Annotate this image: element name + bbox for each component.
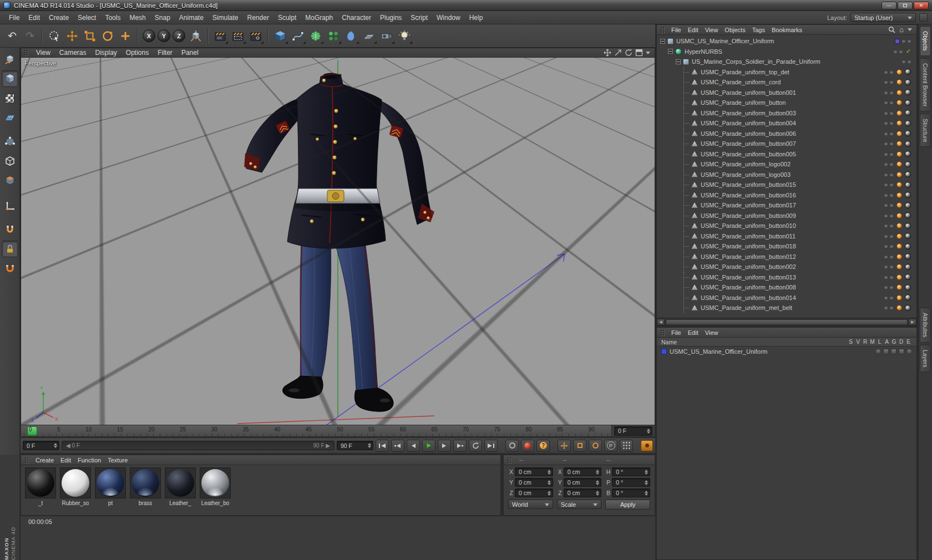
object-manager-menu-item[interactable]: Edit [685, 26, 702, 34]
phong-tag-icon[interactable] [896, 69, 902, 75]
spinner-arrows-icon[interactable] [645, 468, 648, 476]
phong-tag-icon[interactable] [896, 100, 902, 105]
viewport-menu-item[interactable]: Panel [177, 48, 203, 58]
add-light-button[interactable] [396, 27, 413, 45]
next-frame-button[interactable] [438, 440, 451, 452]
render-visibility-dot[interactable] [890, 255, 893, 258]
phong-tag-icon[interactable] [896, 274, 902, 280]
phong-tag-icon[interactable] [896, 182, 902, 187]
editor-visibility-dot[interactable] [884, 245, 888, 248]
layer-grid-icon[interactable] [899, 349, 904, 354]
close-button[interactable]: ✕ [914, 2, 929, 9]
goto-start-button[interactable] [376, 440, 389, 452]
tree-row[interactable]: USMC_Parade_uniform_button010 [657, 221, 916, 231]
layer-image-icon[interactable] [883, 349, 889, 354]
editor-visibility-dot[interactable] [884, 214, 888, 217]
texture-tag-icon[interactable] [905, 233, 911, 239]
render-visibility-dot[interactable] [890, 296, 893, 299]
phong-tag-icon[interactable] [896, 141, 902, 146]
editor-visibility-dot[interactable] [902, 39, 905, 43]
tree-row[interactable]: USMC_Parade_uniform_button004 [657, 118, 916, 129]
material-thumbnail[interactable] [60, 467, 91, 498]
coord-value-field[interactable]: 0 cm [515, 478, 553, 487]
viewport-menu-item[interactable]: View [32, 48, 55, 58]
layout-dropdown[interactable]: Startup (User) [850, 13, 916, 22]
panel-grip[interactable] [24, 457, 29, 464]
tree-row[interactable]: USMC_Parade_uniform_cord [657, 77, 916, 88]
side-tab[interactable]: Content Browser [920, 58, 931, 111]
texture-tag-icon[interactable] [905, 100, 911, 106]
menu-item[interactable]: Edit [24, 13, 44, 23]
editor-visibility-dot[interactable] [884, 203, 888, 207]
phong-tag-icon[interactable] [896, 120, 902, 126]
axis-lock-button[interactable]: Z [173, 29, 185, 42]
render-visibility-dot[interactable] [890, 162, 893, 166]
menu-item[interactable]: Animate [175, 13, 208, 23]
tree-row[interactable]: USMC_Parade_uniform_button015 [657, 180, 916, 190]
workplane-mode-button[interactable] [2, 109, 18, 126]
phong-tag-icon[interactable] [896, 90, 902, 95]
object-manager-menu-item[interactable]: Bookmarks [768, 26, 806, 34]
texture-paint-button[interactable] [2, 221, 18, 238]
editor-visibility-dot[interactable] [884, 80, 888, 84]
spinner-arrows-icon[interactable] [645, 489, 648, 497]
texture-tag-icon[interactable] [905, 141, 911, 147]
coord-value-field[interactable]: 0 ° [612, 478, 650, 487]
texture-tag-icon[interactable] [905, 243, 911, 250]
tree-row[interactable]: USMC_Parade_uniform_logo003 [657, 170, 916, 180]
panel-menu-icon[interactable] [908, 28, 912, 33]
viewport-canvas[interactable]: Y X Z [21, 58, 655, 425]
render-visibility-dot[interactable] [890, 286, 893, 289]
texture-tag-icon[interactable] [905, 120, 911, 126]
material-thumbnail[interactable] [130, 467, 161, 498]
polygons-mode-button[interactable] [2, 172, 18, 189]
scrollbar-thumb[interactable] [666, 319, 908, 325]
editor-visibility-dot[interactable] [884, 255, 888, 258]
render-visibility-dot[interactable] [890, 80, 893, 84]
layer-sphere-icon[interactable] [906, 349, 912, 354]
render-visibility-dot[interactable] [890, 111, 893, 115]
editor-visibility-dot[interactable] [884, 265, 888, 268]
menu-item[interactable]: Window [432, 13, 465, 23]
texture-tag-icon[interactable] [905, 223, 911, 229]
editor-visibility-dot[interactable] [884, 132, 888, 135]
scale-tool-button[interactable] [81, 27, 99, 45]
add-primitive-button[interactable] [271, 27, 289, 45]
panel-grip[interactable] [660, 329, 665, 336]
texture-tag-icon[interactable] [905, 274, 911, 280]
tree-row[interactable]: USMC_Parade_uniform_button016 [657, 190, 916, 201]
menu-item[interactable]: Script [406, 13, 432, 23]
editor-visibility-dot[interactable] [884, 286, 888, 289]
material-thumbnail[interactable] [165, 467, 196, 498]
phong-tag-icon[interactable] [896, 110, 902, 116]
texture-tag-icon[interactable] [905, 89, 911, 95]
phong-tag-icon[interactable] [896, 213, 902, 218]
render-visibility-dot[interactable] [890, 276, 893, 279]
menu-item[interactable]: Plugins [376, 13, 406, 23]
phong-tag-icon[interactable] [896, 192, 902, 198]
tree-row[interactable]: USMC_Parade_uniform_button013 [657, 272, 916, 283]
material-thumbnail[interactable] [25, 467, 56, 498]
current-frame-field[interactable]: 0 F [614, 426, 652, 436]
tree-row[interactable]: USMC_Parade_uniform_button011 [657, 231, 916, 242]
tree-row[interactable]: USMC_Parade_uniform_button006 [657, 129, 916, 139]
phong-tag-icon[interactable] [896, 233, 902, 239]
side-tab[interactable]: Structure [920, 114, 931, 147]
add-deformer-button[interactable] [342, 27, 360, 45]
tree-row[interactable]: USMC_Parade_uniform_button001 [657, 88, 916, 98]
phong-tag-icon[interactable] [896, 305, 902, 310]
object-manager-menu-item[interactable]: Objects [721, 26, 748, 34]
coord-space-dropdown[interactable]: World [508, 500, 553, 509]
menu-item[interactable]: Mesh [125, 13, 150, 23]
render-visibility-dot[interactable] [908, 39, 911, 43]
expander-icon[interactable] [668, 49, 673, 54]
tree-row[interactable]: USMC_Parade_uniform_button014 [657, 293, 916, 303]
tree-row[interactable]: USMC_Parade_uniform_button018 [657, 241, 916, 252]
object-manager-menu-item[interactable]: Tags [749, 26, 768, 34]
zoom-view-icon[interactable] [614, 49, 622, 57]
spinner-arrows-icon[interactable] [368, 441, 371, 450]
redo-button[interactable]: ↷ [21, 27, 39, 45]
menu-item[interactable]: Select [73, 13, 100, 23]
render-visibility-dot[interactable] [890, 265, 893, 268]
render-region-button[interactable] [229, 27, 247, 45]
